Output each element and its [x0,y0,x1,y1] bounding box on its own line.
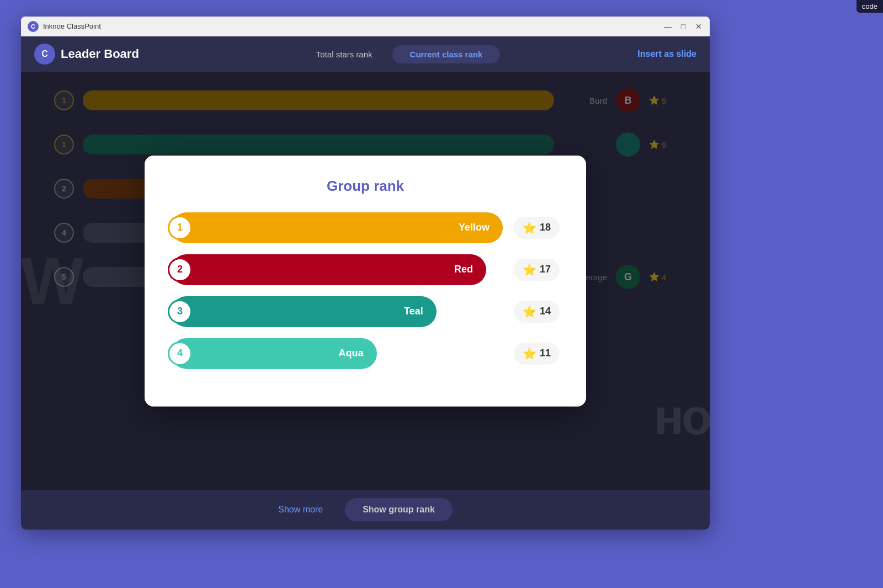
group-score: 18 [540,222,551,233]
group-score-badge: ⭐ 17 [514,259,560,281]
star-icon: ⭐ [523,221,536,234]
window-title: Inknoe ClassPoint [43,22,663,30]
star-icon: ⭐ [523,263,536,276]
window-controls: — □ ✕ [663,22,703,31]
group-bar-container: 4 Aqua [171,338,503,369]
group-bar-yellow: 1 Yellow [171,212,503,243]
header-title: Leader Board [61,47,139,61]
header-tabs: Total stars rank Current class rank [161,45,637,63]
group-score-badge: ⭐ 11 [514,343,560,365]
star-icon: ⭐ [523,347,536,360]
group-bar-aqua: 4 Aqua [171,338,377,369]
header-logo: C [34,44,55,65]
show-group-rank-button[interactable]: Show group rank [345,498,453,521]
close-button[interactable]: ✕ [694,22,703,31]
insert-as-slide-button[interactable]: Insert as slide [637,49,696,59]
group-rank-row: 1 Yellow ⭐ 18 [171,212,560,243]
group-rank-number: 3 [168,300,192,324]
group-rank-number: 2 [168,258,192,282]
group-score: 14 [540,306,551,317]
star-icon: ⭐ [523,305,536,318]
app-header: C Leader Board Total stars rank Current … [21,36,710,72]
main-content: W 1 Burd B ⭐ 9 1 ⭐ [21,72,710,490]
modal-title: Group rank [171,178,560,195]
group-score-badge: ⭐ 18 [514,217,560,239]
footer-bar: Show more Show group rank [21,490,710,530]
group-name: Teal [404,306,423,317]
group-score: 17 [540,264,551,275]
group-bar-teal: 3 Teal [171,296,437,327]
group-bar-container: 1 Yellow [171,212,503,243]
group-bar-container: 2 Red [171,254,503,285]
group-rank-row: 3 Teal ⭐ 14 [171,296,560,327]
group-score-badge: ⭐ 14 [514,301,560,323]
group-bar-red: 2 Red [171,254,486,285]
group-rank-number: 1 [168,216,192,240]
group-name: Yellow [459,222,490,233]
group-score: 11 [540,348,551,359]
modal-overlay[interactable]: Group rank 1 Yellow ⭐ 18 [21,72,710,490]
maximize-button[interactable]: □ [679,22,688,31]
show-more-button[interactable]: Show more [278,505,323,515]
header-logo-area: C Leader Board [34,44,139,65]
group-name: Red [454,264,473,275]
group-rank-number: 4 [168,341,192,366]
title-bar: C Inknoe ClassPoint — □ ✕ [21,17,710,36]
code-badge: code [857,0,883,13]
app-window: C Inknoe ClassPoint — □ ✕ C Leader Board… [21,17,710,530]
group-rank-row: 2 Red ⭐ 17 [171,254,560,285]
group-rank-row: 4 Aqua ⭐ 11 [171,338,560,369]
tab-total-stars[interactable]: Total stars rank [299,45,390,63]
tab-current-class[interactable]: Current class rank [392,45,501,63]
group-name: Aqua [339,348,364,359]
minimize-button[interactable]: — [663,22,672,31]
group-rank-modal: Group rank 1 Yellow ⭐ 18 [145,156,586,407]
app-logo: C [28,21,39,32]
group-bar-container: 3 Teal [171,296,503,327]
